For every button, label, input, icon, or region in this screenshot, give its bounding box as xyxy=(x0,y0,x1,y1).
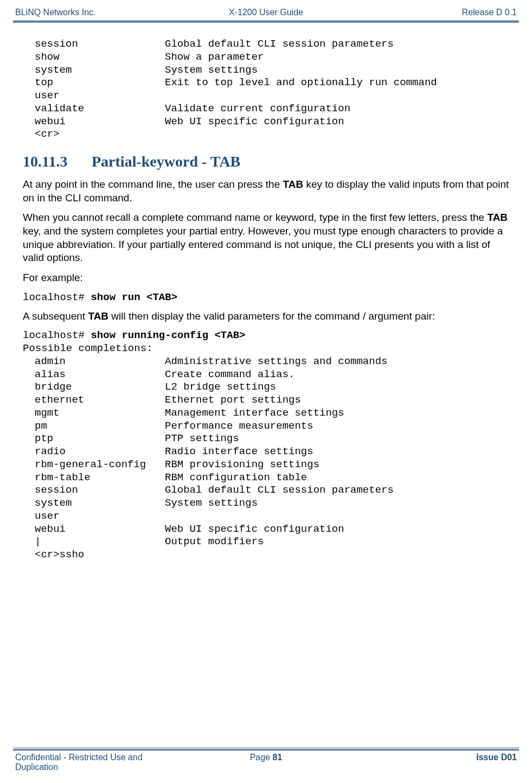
footer-rule-thin xyxy=(13,748,519,748)
cli-key: <cr>ssho xyxy=(35,549,165,562)
cli-key: ethernet xyxy=(35,394,165,407)
cli-prompt: localhost# xyxy=(23,291,91,303)
header-release: Release D 0.1 xyxy=(350,8,517,17)
footer-page: Page 81 xyxy=(182,753,349,772)
cli-desc: Performance measurements xyxy=(165,420,509,433)
text-bold-tab: TAB xyxy=(283,179,304,190)
footer-page-label: Page xyxy=(250,753,273,762)
cli-key: <cr> xyxy=(35,128,165,141)
cli-key: ptp xyxy=(35,432,165,445)
cli-key: mgmt xyxy=(35,407,165,420)
text-run: When you cannot recall a complete comman… xyxy=(23,212,487,223)
cli-desc: Radio interface settings xyxy=(165,445,509,459)
cli-key: radio xyxy=(35,445,165,459)
cli-prompt: localhost# xyxy=(23,329,91,341)
cli-key: validate xyxy=(35,103,165,116)
cli-key: webui xyxy=(35,116,165,129)
text-run: key, and the system completes your parti… xyxy=(23,225,503,263)
cli-desc xyxy=(165,90,509,103)
cli-desc: Web UI specific configuration xyxy=(165,523,509,536)
footer-issue: Issue D01 xyxy=(350,753,517,772)
cli-key: rbm-table xyxy=(35,472,165,485)
cli-desc: Administrative settings and commands xyxy=(165,355,509,368)
text-bold-tab: TAB xyxy=(88,310,108,322)
footer-bar: Confidential - Restricted Use and Duplic… xyxy=(13,747,519,772)
header-rule-thick xyxy=(13,21,519,22)
cli-key: bridge xyxy=(35,381,165,394)
text-run: will then display the valid parameters f… xyxy=(108,310,435,322)
cli-key: alias xyxy=(35,368,165,381)
text-run: A subsequent xyxy=(23,310,88,322)
header-title: X-1200 User Guide xyxy=(182,8,349,17)
cli-desc: Ethernet port settings xyxy=(165,394,509,407)
text-bold-tab: TAB xyxy=(487,212,508,223)
section-number: 10.11.3 xyxy=(23,153,88,170)
cli-desc xyxy=(165,510,509,523)
cli-key: top xyxy=(35,77,165,90)
header-company: BLiNQ Networks Inc. xyxy=(15,8,182,17)
cli-example-1: localhost# show run <TAB> xyxy=(23,291,509,304)
cli-desc xyxy=(165,128,509,141)
cli-desc: Validate current configuration xyxy=(165,103,509,116)
cli-desc: Create command alias. xyxy=(165,368,509,381)
text-run: At any point in the command line, the us… xyxy=(23,179,283,190)
cli-desc: Output modifiers xyxy=(165,536,509,549)
cli-key: webui xyxy=(35,523,165,536)
header-bar: BLiNQ Networks Inc. X-1200 User Guide Re… xyxy=(13,8,519,23)
cli-example-2: localhost# show running-config <TAB> xyxy=(23,329,509,342)
cli-possible-completions: Possible completions: xyxy=(23,342,509,355)
footer-row: Confidential - Restricted Use and Duplic… xyxy=(13,750,519,772)
cli-desc: PTP settings xyxy=(165,432,509,445)
footer-confidential: Confidential - Restricted Use and Duplic… xyxy=(15,753,182,772)
section-title: Partial-keyword - TAB xyxy=(92,153,240,170)
cli-key: session xyxy=(35,38,165,51)
section-heading: 10.11.3 Partial-keyword - TAB xyxy=(23,153,509,170)
cli-key: user xyxy=(35,90,165,103)
cli-key: system xyxy=(35,497,165,510)
cli-block-1: sessionGlobal default CLI session parame… xyxy=(23,38,509,141)
paragraph-2: When you cannot recall a complete comman… xyxy=(23,211,509,265)
cli-desc: Management interface settings xyxy=(165,407,509,420)
cli-key: system xyxy=(35,64,165,77)
cli-command: show run <TAB> xyxy=(91,291,177,303)
cli-desc: L2 bridge settings xyxy=(165,381,509,394)
cli-command: show running-config <TAB> xyxy=(91,329,245,341)
header-row: BLiNQ Networks Inc. X-1200 User Guide Re… xyxy=(13,8,519,20)
cli-desc: System settings xyxy=(165,497,509,510)
cli-desc: RBM provisioning settings xyxy=(165,459,509,472)
cli-desc xyxy=(165,549,509,562)
footer-page-number: 81 xyxy=(273,753,283,762)
cli-desc: RBM configuration table xyxy=(165,472,509,485)
cli-key: pm xyxy=(35,420,165,433)
cli-key: session xyxy=(35,484,165,497)
page: BLiNQ Networks Inc. X-1200 User Guide Re… xyxy=(0,0,532,783)
cli-block-2: adminAdministrative settings and command… xyxy=(23,355,509,562)
cli-desc: Show a parameter xyxy=(165,51,509,64)
paragraph-3: For example: xyxy=(23,271,509,285)
cli-desc: Global default CLI session parameters xyxy=(165,38,509,51)
cli-key: show xyxy=(35,51,165,64)
paragraph-4: A subsequent TAB will then display the v… xyxy=(23,310,509,323)
cli-desc: System settings xyxy=(165,64,509,77)
content-area: sessionGlobal default CLI session parame… xyxy=(13,23,519,747)
paragraph-1: At any point in the command line, the us… xyxy=(23,178,509,205)
cli-desc: Exit to top level and optionally run com… xyxy=(165,77,509,90)
cli-key: | xyxy=(35,536,165,549)
cli-key: user xyxy=(35,510,165,523)
cli-key: admin xyxy=(35,355,165,368)
cli-key: rbm-general-config xyxy=(35,459,165,472)
cli-desc: Global default CLI session parameters xyxy=(165,484,509,497)
cli-desc: Web UI specific configuration xyxy=(165,116,509,129)
